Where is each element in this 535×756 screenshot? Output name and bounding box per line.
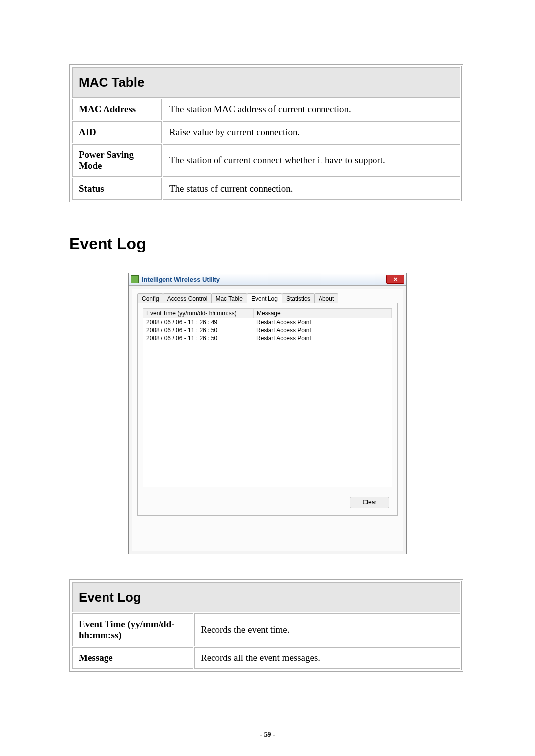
column-header-message[interactable]: Message [254,309,392,318]
event-time: 2008 / 06 / 06 - 11 : 26 : 50 [143,326,253,334]
mac-table-desc: Raise value by current connection. [163,121,460,143]
mac-table-label: Status [72,178,162,200]
mac-table-label: MAC Address [72,99,162,120]
tab-bar: Config Access Control Mac Table Event Lo… [137,293,401,303]
tab-statistics[interactable]: Statistics [282,293,315,303]
event-log-desc: Records the event time. [194,613,460,646]
event-log-desc: Records all the event messages. [194,647,460,669]
tab-config[interactable]: Config [137,293,163,303]
mac-table-desc: The status of current connection. [163,178,460,200]
list-header: Event Time (yy/mm/dd- hh:mm:ss) Message [143,308,392,318]
list-item[interactable]: 2008 / 06 / 06 - 11 : 26 : 50 Restart Ac… [143,334,392,342]
app-icon [131,275,139,283]
event-log-panel: Event Time (yy/mm/dd- hh:mm:ss) Message … [137,303,398,516]
window-title: Intelligent Wireless Utility [142,276,386,283]
title-bar: Intelligent Wireless Utility ✕ [129,273,406,286]
clear-button[interactable]: Clear [350,497,389,508]
column-header-time[interactable]: Event Time (yy/mm/dd- hh:mm:ss) [143,309,254,318]
table-row: MAC Address The station MAC address of c… [72,99,460,120]
event-log-table: Event Log Event Time (yy/mm/dd-hh:mm:ss)… [69,579,463,672]
event-log-label: Event Time (yy/mm/dd-hh:mm:ss) [72,613,193,646]
mac-table-label: AID [72,121,162,143]
event-list[interactable]: 2008 / 06 / 06 - 11 : 26 : 49 Restart Ac… [143,318,392,487]
mac-table-desc: The station of current connect whether i… [163,144,460,177]
table-row: Power Saving Mode The station of current… [72,144,460,177]
list-item[interactable]: 2008 / 06 / 06 - 11 : 26 : 50 Restart Ac… [143,326,392,334]
mac-table: MAC Table MAC Address The station MAC ad… [69,64,463,202]
tab-access-control[interactable]: Access Control [163,293,212,303]
event-log-label: Message [72,647,193,669]
event-message: Restart Access Point [253,334,392,342]
table-row: Message Records all the event messages. [72,647,460,669]
page-number: - 59 - [0,730,535,739]
close-icon[interactable]: ✕ [386,275,404,284]
table-row: AID Raise value by current connection. [72,121,460,143]
event-time: 2008 / 06 / 06 - 11 : 26 : 49 [143,318,253,326]
tab-event-log[interactable]: Event Log [247,293,282,303]
mac-table-desc: The station MAC address of current conne… [163,99,460,120]
event-time: 2008 / 06 / 06 - 11 : 26 : 50 [143,334,253,342]
table-row: Event Time (yy/mm/dd-hh:mm:ss) Records t… [72,613,460,646]
tab-about[interactable]: About [314,293,338,303]
section-heading-event-log: Event Log [69,235,466,253]
table-row: Status The status of current connection. [72,178,460,200]
mac-table-label: Power Saving Mode [72,144,162,177]
list-item[interactable]: 2008 / 06 / 06 - 11 : 26 : 49 Restart Ac… [143,318,392,326]
tab-mac-table[interactable]: Mac Table [211,293,247,303]
mac-table-title: MAC Table [72,67,460,98]
event-log-table-title: Event Log [72,582,460,612]
utility-window: Intelligent Wireless Utility ✕ Config Ac… [128,273,407,554]
event-message: Restart Access Point [253,326,392,334]
event-message: Restart Access Point [253,318,392,326]
